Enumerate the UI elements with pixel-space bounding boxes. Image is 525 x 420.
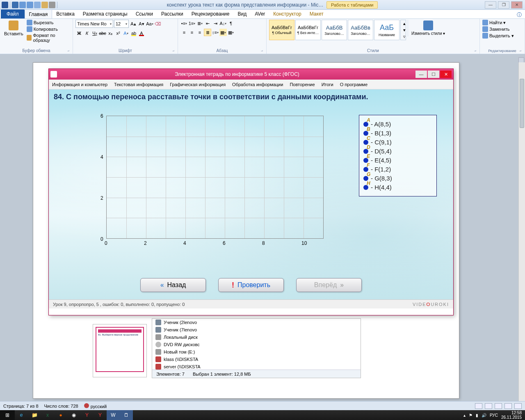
forward-button[interactable]: Вперёд» <box>296 278 362 292</box>
grow-font-icon[interactable]: A▴ <box>130 20 137 27</box>
taskbar-ie-icon[interactable]: e <box>15 410 28 420</box>
tab-references[interactable]: Ссылки <box>132 9 157 18</box>
redo-icon[interactable] <box>27 2 33 8</box>
open-icon[interactable] <box>41 2 48 8</box>
taskbar-word-icon[interactable]: W <box>107 410 120 420</box>
align-right-icon[interactable]: ≡ <box>196 29 203 36</box>
tray-network-icon[interactable]: ▮ <box>476 413 478 418</box>
taskbar-firefox-icon[interactable]: ● <box>54 410 67 420</box>
shading-icon[interactable]: ▦ <box>219 29 227 36</box>
modal-titlebar[interactable]: Электронная тетрадь по информатике 5 кла… <box>49 69 453 80</box>
subscript-icon[interactable]: x₂ <box>107 30 114 37</box>
tab-pagelayout[interactable]: Разметка страницы <box>79 9 132 18</box>
change-case-icon[interactable]: Aa <box>146 20 153 27</box>
tray-flag-icon[interactable]: ⚑ <box>469 413 472 418</box>
strike-icon[interactable]: abc <box>99 30 106 37</box>
tab-view[interactable]: Вид <box>233 9 251 18</box>
vertical-scrollbar[interactable] <box>518 62 525 401</box>
multilevel-icon[interactable]: ≣ <box>196 20 203 27</box>
replace-button[interactable]: Заменить <box>482 26 514 32</box>
tray-time[interactable]: 12:58 <box>501 411 522 415</box>
point-item[interactable]: F- F(1,2) <box>363 166 432 173</box>
select-button[interactable]: Выделить ▾ <box>482 33 514 39</box>
print-icon[interactable] <box>49 2 55 8</box>
back-button[interactable]: «Назад <box>140 278 206 292</box>
start-button[interactable]: ⊞ <box>0 410 15 420</box>
save-icon[interactable] <box>12 2 18 8</box>
system-tray[interactable]: ▴ ⚑ ▮ 🔊 РУС 12:5826.11.2015 <box>463 411 525 420</box>
taskbar-chrome-icon[interactable]: ◉ <box>67 410 80 420</box>
taskbar-yabrowser-icon[interactable]: Y <box>94 410 107 420</box>
taskbar-yandex-icon[interactable]: Y <box>80 410 94 420</box>
style-title[interactable]: АаБНазвание <box>374 20 399 40</box>
point-item[interactable]: E- E(4,5) <box>363 157 432 164</box>
tab-design[interactable]: Конструктор <box>269 9 305 18</box>
view-print-icon[interactable] <box>475 403 482 409</box>
styles-gallery[interactable]: АаБбВвГг¶ Обычный АаБбВвГг¶ Без инте… Аа… <box>269 20 406 40</box>
menu-item[interactable]: О программе <box>340 82 368 87</box>
outdent-icon[interactable]: ⇤ <box>204 20 211 27</box>
superscript-icon[interactable]: x² <box>114 30 122 37</box>
cut-button[interactable]: Вырезать <box>27 20 70 25</box>
menu-item[interactable]: Обработка информации <box>232 82 283 87</box>
list-item[interactable]: Ученик (7lenovo <box>152 326 361 333</box>
word-count[interactable]: Число слов: 728 <box>44 404 78 409</box>
point-item[interactable]: H- H(4,4) <box>363 184 432 191</box>
menu-item[interactable]: Информация и компьютер <box>52 82 107 87</box>
modal-minimize-button[interactable]: — <box>415 71 427 78</box>
coordinate-plane[interactable]: 6 4 2 0 0 2 4 6 8 10 <box>98 116 328 255</box>
styles-down-icon[interactable]: ▾ <box>401 27 408 33</box>
view-web-icon[interactable] <box>495 403 502 409</box>
point-item[interactable]: G- G(8,3) <box>363 175 432 182</box>
list-item[interactable]: DVD RW дисковс <box>152 341 361 348</box>
tray-volume-icon[interactable]: 🔊 <box>482 413 486 418</box>
indent-icon[interactable]: ⇥ <box>212 20 219 27</box>
italic-icon[interactable]: К <box>83 30 91 37</box>
menu-item[interactable]: Итоги <box>322 82 333 87</box>
highlight-icon[interactable]: ab <box>130 30 137 37</box>
tab-review[interactable]: Рецензирование <box>187 9 234 18</box>
bullets-icon[interactable]: •≡ <box>180 20 188 27</box>
close-button[interactable]: ✕ <box>511 1 523 9</box>
point-item[interactable]: A- A(8,5) <box>363 121 432 128</box>
font-size-select[interactable]: 12 <box>114 20 129 28</box>
modal-close-button[interactable]: ✕ <box>440 71 452 78</box>
numbering-icon[interactable]: 1≡ <box>188 20 196 27</box>
change-styles-button[interactable]: Изменить стили ▾ <box>408 20 447 37</box>
undo-icon[interactable] <box>19 2 26 8</box>
tray-date[interactable]: 26.11.2015 <box>501 415 522 420</box>
scroll-thumb[interactable] <box>520 79 524 128</box>
tab-home[interactable]: Главная <box>25 9 52 18</box>
taskbar-explorer-icon[interactable]: 📁 <box>28 410 41 420</box>
line-spacing-icon[interactable]: ↕≡ <box>212 29 219 36</box>
clear-format-icon[interactable]: ⌫ <box>154 20 162 27</box>
style-nospacing[interactable]: АаБбВвГг¶ Без инте… <box>295 20 321 40</box>
view-read-icon[interactable] <box>485 403 492 409</box>
font-name-select[interactable]: Times New Ro <box>75 20 113 28</box>
list-item[interactable]: Новый том (E:) <box>152 348 361 356</box>
sort-icon[interactable]: A↓ <box>219 20 227 27</box>
align-left-icon[interactable]: ≡ <box>180 29 188 36</box>
menu-item[interactable]: Графическая информация <box>170 82 226 87</box>
tab-insert[interactable]: Вставка <box>52 9 79 18</box>
show-marks-icon[interactable]: ¶ <box>227 20 235 27</box>
bold-icon[interactable]: Ж <box>75 30 83 37</box>
point-item[interactable]: D- D(5,4) <box>363 148 432 155</box>
view-draft-icon[interactable] <box>514 403 522 409</box>
view-outline-icon[interactable] <box>504 403 512 409</box>
modal-maximize-button[interactable]: ☐ <box>428 71 439 78</box>
underline-icon[interactable]: Ч <box>91 30 98 37</box>
copy-button[interactable]: Копировать <box>27 26 70 32</box>
list-item[interactable]: klass (\\DISKSTA <box>152 356 361 363</box>
list-item[interactable]: Ученик (2lenovo <box>152 319 361 326</box>
point-item[interactable]: C- C(9,1) <box>363 139 432 146</box>
style-heading2[interactable]: АаБбВвЗаголово… <box>348 20 373 40</box>
font-color-icon[interactable]: A <box>138 30 145 37</box>
styles-up-icon[interactable]: ▴ <box>401 20 408 27</box>
find-button[interactable]: Найти ▾ <box>482 20 514 25</box>
style-normal[interactable]: АаБбВвГг¶ Обычный <box>269 20 294 40</box>
check-button[interactable]: !Проверить <box>218 278 284 292</box>
style-heading1[interactable]: АаБбВЗаголово… <box>322 20 347 40</box>
new-icon[interactable] <box>34 2 41 8</box>
minimize-button[interactable]: — <box>485 1 496 9</box>
